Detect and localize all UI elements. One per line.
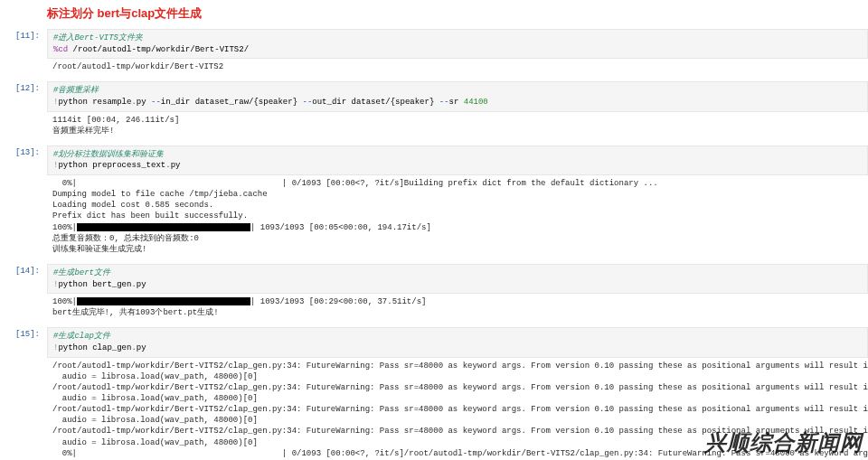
cell-input[interactable]: #生成bert文件 !python bert_gen.py — [47, 264, 868, 294]
cell-prompt: [13]: — [0, 146, 47, 260]
cell-input[interactable]: #生成clap文件 !python clap_gen.py — [47, 327, 868, 357]
cell-body: #生成bert文件 !python bert_gen.py100%|| 1093… — [47, 264, 868, 324]
cells-container: [11]:#进入Bert-VITS文件夹 %cd /root/autodl-tm… — [0, 29, 868, 460]
notebook-cell: [11]:#进入Bert-VITS文件夹 %cd /root/autodl-tm… — [0, 29, 868, 78]
cell-body: #划分标注数据训练集和验证集 !python preprocess_text.p… — [47, 146, 868, 260]
notebook-content: 标注划分 bert与clap文件生成 [11]:#进入Bert-VITS文件夹 … — [0, 0, 868, 460]
cell-body: #进入Bert-VITS文件夹 %cd /root/autodl-tmp/wor… — [47, 29, 868, 78]
cell-input[interactable]: #划分标注数据训练集和验证集 !python preprocess_text.p… — [47, 146, 868, 175]
notebook-cell: [13]:#划分标注数据训练集和验证集 !python preprocess_t… — [0, 146, 868, 260]
cell-prompt: [11]: — [0, 29, 47, 78]
cell-prompt: [15]: — [0, 327, 47, 460]
cell-output: 0%| | 0/1093 [00:00<?, ?it/s]Building pr… — [47, 175, 868, 260]
notebook-cell: [12]:#音频重采样 !python resample.py --in_dir… — [0, 81, 868, 141]
cell-output: 1114it [00:04, 246.11it/s] 音频重采样完毕! — [47, 112, 868, 142]
cell-body: #音频重采样 !python resample.py --in_dir data… — [47, 81, 868, 141]
cell-output: 100%|| 1093/1093 [00:29<00:00, 37.51it/s… — [47, 294, 868, 324]
section-heading: 标注划分 bert与clap文件生成 — [47, 5, 868, 22]
notebook-cell: [14]:#生成bert文件 !python bert_gen.py100%||… — [0, 264, 868, 324]
cell-output: /root/autodl-tmp/workdir/Bert-VITS2 — [47, 59, 868, 78]
watermark-text: 兴顺综合新闻网 — [704, 428, 863, 457]
cell-prompt: [14]: — [0, 264, 47, 324]
cell-input[interactable]: #进入Bert-VITS文件夹 %cd /root/autodl-tmp/wor… — [47, 29, 868, 59]
cell-input[interactable]: #音频重采样 !python resample.py --in_dir data… — [47, 81, 868, 111]
cell-prompt: [12]: — [0, 81, 47, 141]
